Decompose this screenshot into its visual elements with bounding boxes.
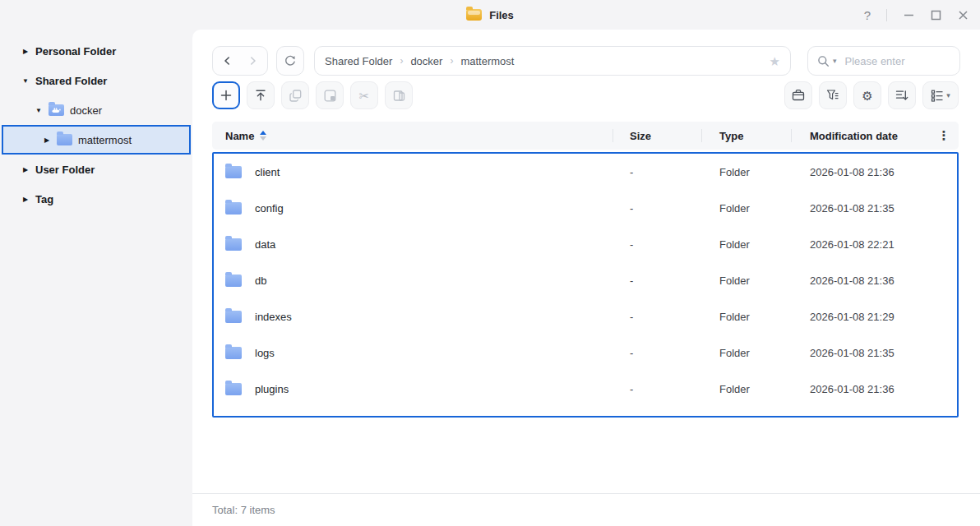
refresh-button[interactable] [276, 46, 304, 76]
maximize-icon[interactable] [930, 9, 941, 21]
column-header-type[interactable]: Type [701, 122, 791, 150]
file-type: Folder [701, 383, 791, 395]
app-title: Files [489, 9, 514, 21]
column-header-size[interactable]: Size [612, 122, 701, 150]
help-icon[interactable]: ? [864, 8, 871, 22]
sidebar-item-user-folder[interactable]: ▶ User Folder [2, 155, 191, 184]
table-header: Name Size Type Modification date ⋮ [212, 122, 959, 150]
file-row-client[interactable]: client - Folder 2026-01-08 21:36 [214, 154, 957, 190]
file-name: db [255, 275, 266, 287]
move-button[interactable] [316, 81, 344, 109]
file-size: - [612, 383, 701, 395]
briefcase-icon [792, 89, 805, 102]
file-modification-date: 2026-01-08 21:36 [791, 275, 957, 287]
file-row-indexes[interactable]: indexes - Folder 2026-01-08 21:29 [214, 298, 957, 335]
file-type: Folder [701, 275, 791, 287]
file-type: Folder [701, 166, 791, 178]
file-row-logs[interactable]: logs - Folder 2026-01-08 21:35 [214, 335, 957, 371]
search-placeholder: Please enter [845, 55, 905, 67]
file-name: logs [255, 347, 275, 359]
breadcrumb-mattermost[interactable]: mattermost [460, 55, 514, 67]
compare-icon [393, 90, 405, 102]
column-header-date[interactable]: Modification date [791, 122, 929, 150]
expander-icon[interactable]: ▶ [21, 196, 30, 203]
back-button[interactable] [218, 51, 238, 71]
column-options-kebab-icon[interactable]: ⋮ [929, 128, 959, 143]
file-name: data [255, 238, 275, 251]
filter-button[interactable] [819, 81, 847, 109]
file-size: - [612, 166, 701, 178]
move-icon [324, 90, 336, 102]
folder-icon [225, 166, 242, 178]
file-row-data[interactable]: data - Folder 2026-01-08 22:21 [214, 226, 957, 262]
expander-icon[interactable]: ▶ [43, 136, 51, 144]
titlebar-divider [886, 9, 887, 21]
sort-button[interactable] [888, 81, 916, 109]
file-name: client [255, 166, 280, 178]
breadcrumb: Shared Folder › docker › mattermost ★ [314, 46, 791, 76]
forward-button[interactable] [243, 51, 262, 71]
breadcrumb-separator: › [400, 55, 403, 67]
sidebar: ▶ Personal Folder ▼ Shared Folder ▼ dock… [0, 33, 192, 214]
sort-icon [895, 89, 908, 102]
view-mode-caret-icon: ▾ [946, 91, 950, 99]
file-row-plugins[interactable]: plugins - Folder 2026-01-08 21:36 [214, 371, 957, 407]
gear-icon: ⚙ [862, 90, 872, 102]
column-header-name[interactable]: Name [212, 122, 612, 150]
search-scope-caret-icon[interactable]: ▾ [833, 57, 837, 65]
breadcrumb-shared-folder[interactable]: Shared Folder [325, 55, 392, 67]
file-size: - [612, 238, 701, 251]
file-modification-date: 2026-01-08 21:36 [791, 383, 957, 395]
upload-icon [254, 89, 267, 102]
file-modification-date: 2026-01-08 21:36 [791, 166, 957, 178]
sidebar-item-label: Tag [35, 193, 53, 205]
folder-icon [225, 238, 242, 251]
expander-icon[interactable]: ▶ [21, 48, 30, 55]
breadcrumb-docker[interactable]: docker [410, 55, 442, 67]
file-size: - [612, 202, 701, 215]
file-name: plugins [255, 383, 289, 395]
folder-icon [225, 311, 242, 323]
sidebar-item-docker[interactable]: ▼ docker [2, 95, 191, 125]
view-mode-button[interactable]: ▾ [922, 81, 959, 109]
file-row-db[interactable]: db - Folder 2026-01-08 21:36 [214, 262, 957, 298]
sidebar-item-shared-folder[interactable]: ▼ Shared Folder [2, 66, 191, 95]
plus-icon [220, 89, 233, 102]
sidebar-item-personal-folder[interactable]: ▶ Personal Folder [2, 36, 191, 66]
expander-icon[interactable]: ▼ [35, 107, 43, 114]
sidebar-item-mattermost[interactable]: ▶ mattermost [2, 125, 191, 155]
favorite-star-icon[interactable]: ★ [770, 55, 780, 67]
toolbar: ✂ ⚙ ▾ [212, 81, 959, 109]
folder-icon [225, 347, 242, 359]
toolbox-button[interactable] [784, 81, 812, 109]
file-type: Folder [701, 311, 791, 323]
file-name: indexes [255, 311, 292, 323]
file-row-config[interactable]: config - Folder 2026-01-08 21:35 [214, 190, 957, 226]
copy-button[interactable] [281, 81, 309, 109]
expander-icon[interactable]: ▶ [21, 166, 30, 173]
scissors-icon: ✂ [359, 90, 370, 102]
create-button[interactable] [212, 81, 240, 109]
close-icon[interactable] [957, 9, 968, 21]
folder-icon [225, 202, 242, 215]
sidebar-item-tag[interactable]: ▶ Tag [2, 184, 191, 214]
breadcrumb-separator: › [450, 55, 453, 67]
file-size: - [612, 347, 701, 359]
upload-button[interactable] [247, 81, 275, 109]
cut-button[interactable]: ✂ [350, 81, 378, 109]
sort-indicator-icon [260, 131, 266, 141]
file-modification-date: 2026-01-08 21:35 [791, 347, 957, 359]
folder-icon [225, 383, 242, 395]
file-size: - [612, 311, 701, 323]
minimize-icon[interactable] [903, 9, 914, 21]
settings-button[interactable]: ⚙ [853, 81, 881, 109]
expander-icon[interactable]: ▼ [21, 77, 30, 85]
sidebar-item-label: Shared Folder [35, 75, 107, 87]
list-view-icon [931, 89, 944, 102]
compare-button[interactable] [385, 81, 413, 109]
sidebar-item-label: Personal Folder [35, 45, 116, 58]
search-input[interactable]: ▾ Please enter [807, 46, 960, 76]
file-modification-date: 2026-01-08 21:29 [791, 311, 957, 323]
file-size: - [612, 275, 701, 287]
file-type: Folder [701, 238, 791, 251]
